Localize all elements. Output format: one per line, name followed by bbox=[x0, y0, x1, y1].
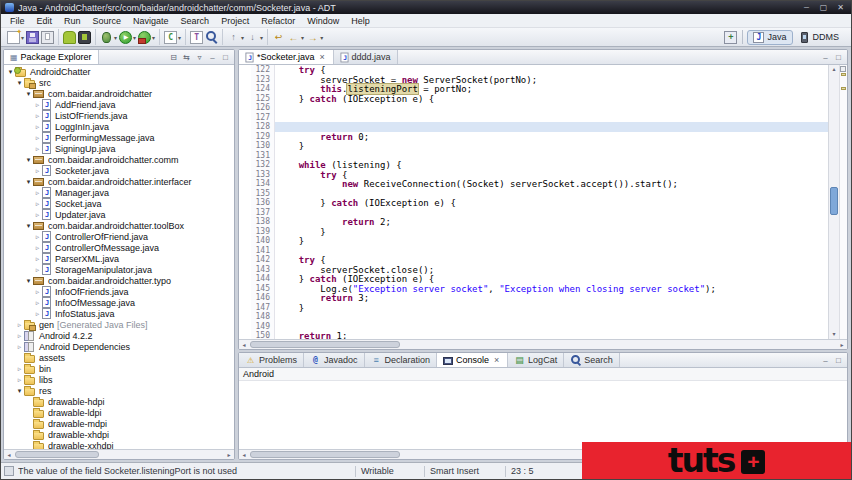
tree-toggle-icon[interactable] bbox=[15, 319, 24, 330]
tree-toggle-icon[interactable] bbox=[15, 363, 24, 374]
code-line[interactable]: 136 } catch (IOException e) { bbox=[239, 198, 828, 208]
tree-item[interactable]: drawable-hdpi bbox=[4, 396, 234, 407]
back-button[interactable]: ▾ bbox=[286, 30, 305, 45]
tree-toggle-icon[interactable] bbox=[33, 253, 42, 264]
scrollbar-thumb[interactable] bbox=[830, 187, 838, 215]
tree-item[interactable]: ControllerOfMessage.java bbox=[4, 242, 234, 253]
tree-item[interactable]: com.baidar.androidchatter bbox=[4, 88, 234, 99]
code-line[interactable]: 147 } bbox=[239, 303, 828, 313]
collapse-all-icon[interactable] bbox=[168, 53, 179, 62]
code-line[interactable]: 138 return 2; bbox=[239, 217, 828, 227]
code-line[interactable]: 139 } bbox=[239, 227, 828, 237]
minimize-icon[interactable] bbox=[820, 356, 831, 365]
menu-search[interactable]: Search bbox=[175, 15, 216, 27]
line-number[interactable]: 128 bbox=[251, 122, 275, 132]
scrollbar-track[interactable] bbox=[829, 74, 839, 330]
tree-item[interactable]: com.baidar.androidchatter.comm bbox=[4, 154, 234, 165]
tree-toggle-icon[interactable] bbox=[33, 143, 42, 154]
tree-item[interactable]: InfoOfFriends.java bbox=[4, 286, 234, 297]
code-line[interactable]: 137 bbox=[239, 208, 828, 218]
line-number[interactable]: 147 bbox=[251, 303, 275, 313]
tree-item[interactable]: InfoOfMessage.java bbox=[4, 297, 234, 308]
print-button[interactable] bbox=[40, 30, 55, 45]
tree-item[interactable]: SigningUp.java bbox=[4, 143, 234, 154]
close-tab-icon[interactable]: × bbox=[492, 356, 501, 365]
code-line[interactable]: 144 } catch (IOException e) { bbox=[239, 274, 828, 284]
tree-toggle-icon[interactable] bbox=[24, 275, 33, 286]
line-number[interactable]: 150 bbox=[251, 331, 275, 339]
scrollbar-track[interactable] bbox=[14, 450, 224, 459]
maximize-icon[interactable] bbox=[220, 53, 231, 62]
line-number[interactable]: 126 bbox=[251, 103, 275, 113]
editor-vscrollbar[interactable] bbox=[828, 65, 839, 339]
tree-toggle-icon[interactable] bbox=[33, 209, 42, 220]
line-number[interactable]: 124 bbox=[251, 84, 275, 94]
line-number[interactable]: 139 bbox=[251, 227, 275, 237]
code-line[interactable]: 134 new ReceiveConnection((Socket) serve… bbox=[239, 179, 828, 189]
tree-item[interactable]: StorageManipulator.java bbox=[4, 264, 234, 275]
package-explorer-hscrollbar[interactable] bbox=[4, 449, 234, 459]
minimize-button[interactable] bbox=[798, 2, 815, 13]
search-button[interactable] bbox=[204, 30, 219, 45]
line-number[interactable]: 149 bbox=[251, 322, 275, 332]
tree-item[interactable]: assets bbox=[4, 352, 234, 363]
code-line[interactable]: 126 bbox=[239, 103, 828, 113]
code-line[interactable]: 150 return 1; bbox=[239, 331, 828, 339]
external-tools-button[interactable]: ▾ bbox=[137, 30, 156, 45]
menu-file[interactable]: File bbox=[4, 15, 31, 27]
tree-item[interactable]: drawable-xhdpi bbox=[4, 429, 234, 440]
maximize-icon[interactable] bbox=[833, 356, 844, 365]
maximize-button[interactable] bbox=[815, 2, 832, 13]
tree-item[interactable]: libs bbox=[4, 374, 234, 385]
line-number[interactable]: 133 bbox=[251, 170, 275, 180]
tree-item[interactable]: drawable-xxhdpi bbox=[4, 440, 234, 449]
tree-item[interactable]: AddFriend.java bbox=[4, 99, 234, 110]
view-menu-icon[interactable] bbox=[194, 53, 205, 62]
overview-ruler-header[interactable] bbox=[840, 66, 846, 72]
line-number[interactable]: 146 bbox=[251, 293, 275, 303]
line-number[interactable]: 138 bbox=[251, 217, 275, 227]
open-perspective-button[interactable] bbox=[723, 30, 738, 45]
code-line[interactable]: 135 bbox=[239, 189, 828, 199]
console-output[interactable] bbox=[239, 381, 847, 449]
warning-marker[interactable] bbox=[841, 73, 846, 76]
scroll-up-icon[interactable] bbox=[829, 65, 839, 74]
warning-marker[interactable] bbox=[841, 87, 846, 90]
new-java-class-button[interactable]: ▾ bbox=[163, 30, 182, 45]
tree-toggle-icon[interactable] bbox=[15, 77, 24, 88]
view-tab-search[interactable]: Search bbox=[564, 353, 620, 367]
link-with-editor-icon[interactable] bbox=[181, 53, 192, 62]
code-line[interactable]: 149 bbox=[239, 322, 828, 332]
tree-toggle-icon[interactable] bbox=[33, 297, 42, 308]
dropdown-arrow-icon[interactable]: ▾ bbox=[241, 34, 244, 41]
tree-item[interactable]: Manager.java bbox=[4, 187, 234, 198]
tree-toggle-icon[interactable] bbox=[33, 132, 42, 143]
tree-item[interactable]: InfoStatus.java bbox=[4, 308, 234, 319]
menu-run[interactable]: Run bbox=[58, 15, 87, 27]
editor-tab[interactable]: *Socketer.java× bbox=[239, 50, 334, 64]
scroll-left-icon[interactable] bbox=[4, 450, 14, 460]
code-area[interactable]: 122 try {123 serverSocket = new ServerSo… bbox=[239, 65, 828, 339]
minimize-icon[interactable] bbox=[820, 53, 831, 62]
tree-item[interactable]: Socket.java bbox=[4, 198, 234, 209]
tree-item[interactable]: drawable-mdpi bbox=[4, 418, 234, 429]
line-number[interactable]: 142 bbox=[251, 255, 275, 265]
line-number[interactable]: 135 bbox=[251, 189, 275, 199]
view-tab-declaration[interactable]: Declaration bbox=[365, 353, 438, 367]
code-line[interactable]: 123 serverSocket = new ServerSocket(port… bbox=[239, 75, 828, 85]
tree-toggle-icon[interactable] bbox=[33, 231, 42, 242]
tree-item[interactable]: com.baidar.androidchatter.interfacer bbox=[4, 176, 234, 187]
debug-button[interactable]: ▾ bbox=[99, 30, 118, 45]
tree-item[interactable]: Android Dependencies bbox=[4, 341, 234, 352]
menu-window[interactable]: Window bbox=[301, 15, 345, 27]
dropdown-arrow-icon[interactable]: ▾ bbox=[178, 34, 181, 41]
menu-refactor[interactable]: Refactor bbox=[255, 15, 301, 27]
scroll-left-icon[interactable] bbox=[239, 450, 249, 460]
tree-toggle-icon[interactable] bbox=[33, 286, 42, 297]
line-number[interactable]: 130 bbox=[251, 141, 275, 151]
tree-item[interactable]: src bbox=[4, 77, 234, 88]
menu-help[interactable]: Help bbox=[345, 15, 376, 27]
line-number[interactable]: 125 bbox=[251, 94, 275, 104]
scroll-down-icon[interactable] bbox=[829, 330, 839, 339]
last-edit-location-button[interactable] bbox=[271, 30, 286, 45]
